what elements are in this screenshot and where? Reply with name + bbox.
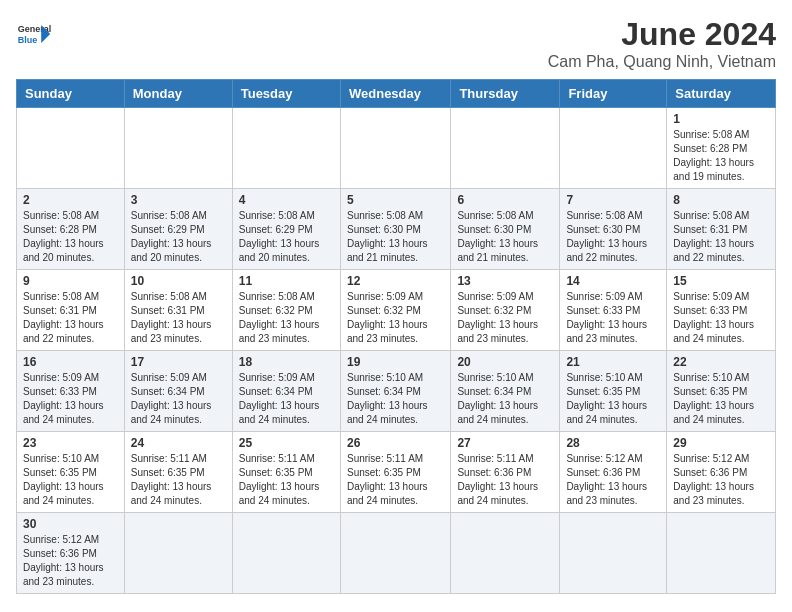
day-info: Sunrise: 5:08 AM Sunset: 6:29 PM Dayligh…: [239, 209, 334, 265]
day-info: Sunrise: 5:08 AM Sunset: 6:31 PM Dayligh…: [673, 209, 769, 265]
day-number: 2: [23, 193, 118, 207]
calendar-table: SundayMondayTuesdayWednesdayThursdayFrid…: [16, 79, 776, 594]
calendar-cell: 17Sunrise: 5:09 AM Sunset: 6:34 PM Dayli…: [124, 351, 232, 432]
calendar-cell: 11Sunrise: 5:08 AM Sunset: 6:32 PM Dayli…: [232, 270, 340, 351]
week-row-4: 16Sunrise: 5:09 AM Sunset: 6:33 PM Dayli…: [17, 351, 776, 432]
calendar-cell: 18Sunrise: 5:09 AM Sunset: 6:34 PM Dayli…: [232, 351, 340, 432]
week-row-6: 30Sunrise: 5:12 AM Sunset: 6:36 PM Dayli…: [17, 513, 776, 594]
calendar-cell: 16Sunrise: 5:09 AM Sunset: 6:33 PM Dayli…: [17, 351, 125, 432]
day-number: 7: [566, 193, 660, 207]
calendar-cell: 14Sunrise: 5:09 AM Sunset: 6:33 PM Dayli…: [560, 270, 667, 351]
calendar-cell: [17, 108, 125, 189]
calendar-cell: 30Sunrise: 5:12 AM Sunset: 6:36 PM Dayli…: [17, 513, 125, 594]
day-info: Sunrise: 5:08 AM Sunset: 6:28 PM Dayligh…: [673, 128, 769, 184]
svg-text:Blue: Blue: [18, 35, 38, 45]
calendar-cell: 24Sunrise: 5:11 AM Sunset: 6:35 PM Dayli…: [124, 432, 232, 513]
day-info: Sunrise: 5:08 AM Sunset: 6:30 PM Dayligh…: [566, 209, 660, 265]
month-title: June 2024: [548, 16, 776, 53]
day-number: 22: [673, 355, 769, 369]
day-info: Sunrise: 5:11 AM Sunset: 6:36 PM Dayligh…: [457, 452, 553, 508]
weekday-header-row: SundayMondayTuesdayWednesdayThursdayFrid…: [17, 80, 776, 108]
calendar-cell: 26Sunrise: 5:11 AM Sunset: 6:35 PM Dayli…: [340, 432, 450, 513]
day-number: 1: [673, 112, 769, 126]
day-number: 30: [23, 517, 118, 531]
day-number: 26: [347, 436, 444, 450]
day-info: Sunrise: 5:11 AM Sunset: 6:35 PM Dayligh…: [131, 452, 226, 508]
calendar-cell: [667, 513, 776, 594]
day-info: Sunrise: 5:12 AM Sunset: 6:36 PM Dayligh…: [673, 452, 769, 508]
day-info: Sunrise: 5:08 AM Sunset: 6:31 PM Dayligh…: [23, 290, 118, 346]
day-number: 14: [566, 274, 660, 288]
calendar-cell: 13Sunrise: 5:09 AM Sunset: 6:32 PM Dayli…: [451, 270, 560, 351]
day-number: 4: [239, 193, 334, 207]
day-number: 9: [23, 274, 118, 288]
calendar-cell: [124, 513, 232, 594]
weekday-header-thursday: Thursday: [451, 80, 560, 108]
day-info: Sunrise: 5:10 AM Sunset: 6:35 PM Dayligh…: [673, 371, 769, 427]
day-info: Sunrise: 5:08 AM Sunset: 6:31 PM Dayligh…: [131, 290, 226, 346]
day-info: Sunrise: 5:10 AM Sunset: 6:34 PM Dayligh…: [457, 371, 553, 427]
day-number: 3: [131, 193, 226, 207]
day-number: 19: [347, 355, 444, 369]
day-info: Sunrise: 5:10 AM Sunset: 6:35 PM Dayligh…: [566, 371, 660, 427]
day-number: 10: [131, 274, 226, 288]
day-info: Sunrise: 5:11 AM Sunset: 6:35 PM Dayligh…: [347, 452, 444, 508]
calendar-cell: 3Sunrise: 5:08 AM Sunset: 6:29 PM Daylig…: [124, 189, 232, 270]
day-number: 6: [457, 193, 553, 207]
day-info: Sunrise: 5:12 AM Sunset: 6:36 PM Dayligh…: [23, 533, 118, 589]
day-info: Sunrise: 5:08 AM Sunset: 6:29 PM Dayligh…: [131, 209, 226, 265]
day-info: Sunrise: 5:08 AM Sunset: 6:30 PM Dayligh…: [347, 209, 444, 265]
calendar-cell: [340, 513, 450, 594]
day-info: Sunrise: 5:09 AM Sunset: 6:33 PM Dayligh…: [673, 290, 769, 346]
weekday-header-friday: Friday: [560, 80, 667, 108]
calendar-cell: 29Sunrise: 5:12 AM Sunset: 6:36 PM Dayli…: [667, 432, 776, 513]
day-info: Sunrise: 5:10 AM Sunset: 6:35 PM Dayligh…: [23, 452, 118, 508]
day-info: Sunrise: 5:09 AM Sunset: 6:34 PM Dayligh…: [239, 371, 334, 427]
logo: General Blue: [16, 16, 52, 52]
generalblue-logo-icon: General Blue: [16, 16, 52, 52]
day-number: 27: [457, 436, 553, 450]
calendar-cell: 20Sunrise: 5:10 AM Sunset: 6:34 PM Dayli…: [451, 351, 560, 432]
day-number: 21: [566, 355, 660, 369]
day-number: 8: [673, 193, 769, 207]
day-number: 17: [131, 355, 226, 369]
week-row-2: 2Sunrise: 5:08 AM Sunset: 6:28 PM Daylig…: [17, 189, 776, 270]
day-info: Sunrise: 5:09 AM Sunset: 6:33 PM Dayligh…: [566, 290, 660, 346]
day-number: 24: [131, 436, 226, 450]
title-section: June 2024 Cam Pha, Quang Ninh, Vietnam: [548, 16, 776, 71]
calendar-cell: 7Sunrise: 5:08 AM Sunset: 6:30 PM Daylig…: [560, 189, 667, 270]
day-number: 23: [23, 436, 118, 450]
day-number: 16: [23, 355, 118, 369]
day-info: Sunrise: 5:10 AM Sunset: 6:34 PM Dayligh…: [347, 371, 444, 427]
day-info: Sunrise: 5:09 AM Sunset: 6:33 PM Dayligh…: [23, 371, 118, 427]
day-info: Sunrise: 5:09 AM Sunset: 6:32 PM Dayligh…: [457, 290, 553, 346]
day-info: Sunrise: 5:09 AM Sunset: 6:32 PM Dayligh…: [347, 290, 444, 346]
calendar-cell: 19Sunrise: 5:10 AM Sunset: 6:34 PM Dayli…: [340, 351, 450, 432]
day-info: Sunrise: 5:11 AM Sunset: 6:35 PM Dayligh…: [239, 452, 334, 508]
calendar-cell: 5Sunrise: 5:08 AM Sunset: 6:30 PM Daylig…: [340, 189, 450, 270]
day-number: 5: [347, 193, 444, 207]
calendar-cell: 15Sunrise: 5:09 AM Sunset: 6:33 PM Dayli…: [667, 270, 776, 351]
calendar-cell: 9Sunrise: 5:08 AM Sunset: 6:31 PM Daylig…: [17, 270, 125, 351]
day-info: Sunrise: 5:09 AM Sunset: 6:34 PM Dayligh…: [131, 371, 226, 427]
calendar-cell: [560, 108, 667, 189]
calendar-cell: 23Sunrise: 5:10 AM Sunset: 6:35 PM Dayli…: [17, 432, 125, 513]
day-number: 18: [239, 355, 334, 369]
week-row-3: 9Sunrise: 5:08 AM Sunset: 6:31 PM Daylig…: [17, 270, 776, 351]
calendar-cell: 21Sunrise: 5:10 AM Sunset: 6:35 PM Dayli…: [560, 351, 667, 432]
day-number: 29: [673, 436, 769, 450]
weekday-header-saturday: Saturday: [667, 80, 776, 108]
weekday-header-wednesday: Wednesday: [340, 80, 450, 108]
calendar-cell: 22Sunrise: 5:10 AM Sunset: 6:35 PM Dayli…: [667, 351, 776, 432]
calendar-cell: 28Sunrise: 5:12 AM Sunset: 6:36 PM Dayli…: [560, 432, 667, 513]
day-info: Sunrise: 5:08 AM Sunset: 6:32 PM Dayligh…: [239, 290, 334, 346]
calendar-cell: 1Sunrise: 5:08 AM Sunset: 6:28 PM Daylig…: [667, 108, 776, 189]
calendar-cell: 10Sunrise: 5:08 AM Sunset: 6:31 PM Dayli…: [124, 270, 232, 351]
calendar-cell: 25Sunrise: 5:11 AM Sunset: 6:35 PM Dayli…: [232, 432, 340, 513]
day-number: 20: [457, 355, 553, 369]
day-number: 28: [566, 436, 660, 450]
day-number: 11: [239, 274, 334, 288]
page-header: General Blue June 2024 Cam Pha, Quang Ni…: [16, 16, 776, 71]
calendar-cell: 12Sunrise: 5:09 AM Sunset: 6:32 PM Dayli…: [340, 270, 450, 351]
calendar-cell: [451, 108, 560, 189]
